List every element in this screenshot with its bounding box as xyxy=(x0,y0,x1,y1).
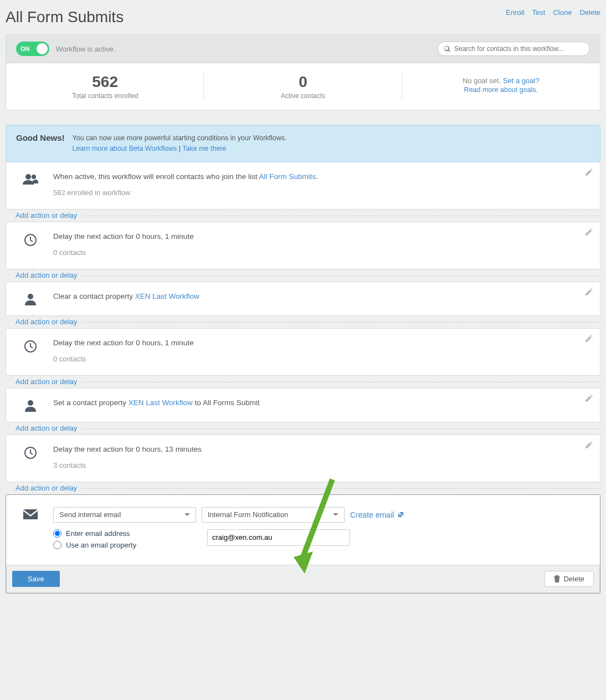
add-action-divider: Add action or delay xyxy=(6,210,600,222)
delay-step-card: Delay the next action for 0 hours, 13 mi… xyxy=(6,435,600,482)
clock-icon xyxy=(22,232,39,257)
header-action-links: Enroll Test Clone Delete xyxy=(506,8,600,17)
person-icon xyxy=(22,398,39,412)
add-action-link[interactable]: Add action or delay xyxy=(6,318,81,326)
delay-sub: 3 contacts xyxy=(53,461,589,469)
stat-goal: No goal set. Set a goal? Read more about… xyxy=(402,63,600,110)
edit-step-button[interactable] xyxy=(584,334,593,345)
delay-text: Delay the next action for 0 hours, 1 min… xyxy=(53,232,589,241)
enroll-link[interactable]: Enroll xyxy=(506,8,524,17)
delete-step-button[interactable]: Delete xyxy=(545,571,594,587)
chevron-down-icon xyxy=(333,513,338,516)
toggle-on-label: ON xyxy=(20,45,30,52)
clock-icon xyxy=(22,445,39,469)
edit-step-button[interactable] xyxy=(584,441,593,451)
svg-point-1 xyxy=(32,175,36,179)
edit-step-button[interactable] xyxy=(584,288,593,298)
radio-use-property-label: Use an email property xyxy=(66,541,136,549)
delay-text: Delay the next action for 0 hours, 1 min… xyxy=(53,339,589,347)
search-input[interactable] xyxy=(454,45,584,53)
people-icon xyxy=(22,172,39,197)
add-action-divider: Add action or delay xyxy=(6,376,600,388)
trigger-sub: 562 enrolled in workflow xyxy=(53,188,589,197)
edit-step-button[interactable] xyxy=(584,228,593,238)
enrolled-count: 562 xyxy=(12,73,198,91)
trigger-prefix: When active, this workflow will enroll c… xyxy=(53,172,259,181)
clear-prefix: Clear a contact property xyxy=(53,292,135,300)
add-action-link[interactable]: Add action or delay xyxy=(6,484,81,492)
clear-property-link[interactable]: XEN Last Workflow xyxy=(135,292,199,300)
action-select-value: Send internal email xyxy=(59,510,121,519)
email-address-input[interactable] xyxy=(207,529,350,546)
delete-link[interactable]: Delete xyxy=(579,8,600,17)
add-action-divider: Add action or delay xyxy=(6,422,600,435)
delay-sub: 0 contacts xyxy=(53,355,589,363)
search-contacts-box[interactable] xyxy=(438,42,590,56)
add-action-link[interactable]: Add action or delay xyxy=(6,377,81,386)
workflow-active-toggle[interactable]: ON xyxy=(16,42,49,56)
learn-more-beta-link[interactable]: Learn more about Beta Workflows xyxy=(73,145,177,152)
use-property-radio[interactable] xyxy=(53,541,61,549)
add-action-link[interactable]: Add action or delay xyxy=(6,424,81,432)
svg-point-5 xyxy=(28,400,33,406)
add-action-divider: Add action or delay xyxy=(6,269,600,282)
delay-step-card: Delay the next action for 0 hours, 1 min… xyxy=(6,328,600,376)
clock-icon xyxy=(22,339,39,363)
active-count: 0 xyxy=(209,73,396,91)
trigger-list-link[interactable]: All Form Submits xyxy=(259,172,316,181)
set-property-link[interactable]: XEN Last Workflow xyxy=(129,398,193,407)
take-me-there-link[interactable]: Take me there xyxy=(182,145,226,152)
edit-step-button[interactable] xyxy=(584,394,593,405)
search-icon xyxy=(444,45,451,53)
active-label: Active contacts xyxy=(209,92,396,100)
toggle-knob-icon xyxy=(37,43,48,54)
delay-text: Delay the next action for 0 hours, 13 mi… xyxy=(53,445,589,453)
add-action-divider: Add action or delay xyxy=(6,482,600,494)
stat-enrolled: 562 Total contacts enrolled xyxy=(6,63,204,110)
add-action-divider: Add action or delay xyxy=(6,316,600,328)
no-goal-text: No goal set. xyxy=(463,76,503,85)
action-editor-card: Send internal email Internal Form Notifi… xyxy=(6,495,600,565)
stats-row: 562 Total contacts enrolled 0 Active con… xyxy=(6,63,600,110)
banner-text: You can now use more powerful starting c… xyxy=(73,134,287,142)
set-property-step-card: Set a contact property XEN Last Workflow… xyxy=(6,388,600,422)
workflow-top-bar: ON Workflow is active. xyxy=(6,34,600,63)
stat-active: 0 Active contacts xyxy=(204,63,402,110)
clear-property-step-card: Clear a contact property XEN Last Workfl… xyxy=(6,282,600,316)
edit-step-button[interactable] xyxy=(584,168,593,178)
set-prefix: Set a contact property xyxy=(53,398,129,407)
add-action-link[interactable]: Add action or delay xyxy=(6,271,81,279)
svg-point-0 xyxy=(25,174,31,180)
add-action-link[interactable]: Add action or delay xyxy=(6,211,81,219)
beta-info-banner: Good News! You can now use more powerful… xyxy=(6,125,600,162)
delay-step-card: Delay the next action for 0 hours, 1 min… xyxy=(6,222,600,269)
trigger-suffix: . xyxy=(316,172,318,181)
radio-enter-email-label: Enter email address xyxy=(66,529,130,538)
enrolled-label: Total contacts enrolled xyxy=(12,92,198,100)
trigger-step-card: When active, this workflow will enroll c… xyxy=(6,162,600,210)
page-title: All Form Submits xyxy=(6,8,124,26)
person-icon xyxy=(22,292,39,305)
set-suffix: to All Forms Submit xyxy=(193,398,260,407)
create-email-link[interactable]: Create email xyxy=(350,510,404,519)
read-more-goals-link[interactable]: Read more about goals. xyxy=(464,86,538,94)
editor-footer: Save Delete xyxy=(6,565,600,593)
workflow-status-text: Workflow is active. xyxy=(56,45,115,53)
delete-label: Delete xyxy=(563,575,584,583)
email-template-select[interactable]: Internal Form Notification xyxy=(202,507,345,523)
clone-link[interactable]: Clone xyxy=(553,8,572,17)
chevron-down-icon xyxy=(184,513,190,516)
banner-sep: | xyxy=(177,145,182,152)
set-goal-link[interactable]: Set a goal? xyxy=(503,76,540,85)
email-select-value: Internal Form Notification xyxy=(208,510,288,519)
external-link-icon xyxy=(398,510,404,519)
trash-icon xyxy=(554,575,560,583)
enter-email-radio[interactable] xyxy=(53,529,61,538)
delay-sub: 0 contacts xyxy=(53,248,589,257)
save-button[interactable]: Save xyxy=(12,571,60,587)
mail-icon xyxy=(22,507,39,553)
test-link[interactable]: Test xyxy=(532,8,546,17)
banner-heading: Good News! xyxy=(16,133,65,142)
action-type-select[interactable]: Send internal email xyxy=(53,507,196,523)
svg-point-3 xyxy=(28,294,33,299)
